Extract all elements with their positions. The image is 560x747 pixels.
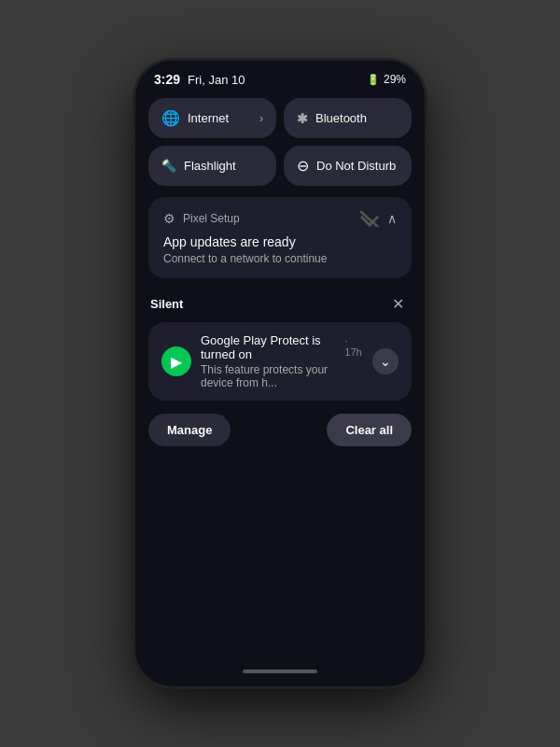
gpp-title: Google Play Protect is turned on <box>201 333 341 361</box>
battery-icon: 🔋 <box>367 74 380 86</box>
gpp-expand-icon[interactable]: ⌄ <box>372 348 399 374</box>
dnd-icon: ⊖ <box>297 157 309 175</box>
pixel-setup-icon: ⚙ <box>163 211 175 226</box>
wifi-off-icon <box>359 210 380 227</box>
dnd-label: Do Not Disturb <box>316 159 399 173</box>
manage-button[interactable]: Manage <box>148 414 231 446</box>
qs-tile-dnd[interactable]: ⊖ Do Not Disturb <box>284 146 412 186</box>
status-time: 3:29 <box>154 72 180 87</box>
pixel-setup-body: Connect to a network to continue <box>163 252 397 265</box>
silent-label: Silent <box>150 297 183 311</box>
qs-row-1: 🌐 Internet › ✱ Bluetooth <box>148 98 412 138</box>
home-bar <box>243 669 317 673</box>
internet-chevron-icon: › <box>259 112 263 125</box>
gpp-body: This feature protects your device from h… <box>201 363 363 389</box>
qs-tile-flashlight[interactable]: 🔦 Flashlight <box>148 146 276 186</box>
gpp-card: ▶ Google Play Protect is turned on · 17h… <box>148 322 412 401</box>
gpp-icon: ▶ <box>161 346 191 376</box>
pixel-setup-controls: ∧ <box>359 210 397 227</box>
action-buttons: Manage Clear all <box>148 410 412 446</box>
gpp-text: Google Play Protect is turned on · 17h T… <box>201 333 363 389</box>
flashlight-icon: 🔦 <box>161 159 176 173</box>
quick-settings: 🌐 Internet › ✱ Bluetooth 🔦 Flashlight ⊖ … <box>135 92 425 190</box>
flashlight-label: Flashlight <box>184 159 263 173</box>
status-bar: 3:29 Fri, Jan 10 🔋 29% <box>135 61 425 92</box>
wifi-off-svg <box>359 210 380 227</box>
pixel-setup-collapse-icon[interactable]: ∧ <box>387 211 397 226</box>
pixel-setup-app-name: Pixel Setup <box>183 212 240 225</box>
home-indicator <box>135 662 425 686</box>
internet-icon: 🌐 <box>161 109 180 127</box>
pixel-setup-title: App updates are ready <box>163 234 397 249</box>
internet-label: Internet <box>188 111 252 125</box>
notification-area: ⚙ Pixel Setup ∧ App updates are read <box>135 190 425 662</box>
pixel-setup-app-info: ⚙ Pixel Setup <box>163 211 240 226</box>
bluetooth-icon: ✱ <box>297 111 308 126</box>
battery-percent: 29% <box>384 73 406 86</box>
silent-close-icon[interactable]: ✕ <box>386 293 410 315</box>
pixel-setup-header: ⚙ Pixel Setup ∧ <box>163 210 397 227</box>
phone-frame: 3:29 Fri, Jan 10 🔋 29% 🌐 Internet › ✱ Bl… <box>135 61 425 686</box>
gpp-content: ▶ Google Play Protect is turned on · 17h… <box>161 333 399 389</box>
qs-tile-bluetooth[interactable]: ✱ Bluetooth <box>284 98 412 138</box>
silent-header: Silent ✕ <box>148 288 412 322</box>
clear-all-button[interactable]: Clear all <box>327 414 412 446</box>
bluetooth-label: Bluetooth <box>315 111 399 125</box>
gpp-timestamp: · 17h <box>344 335 363 358</box>
pixel-setup-card: ⚙ Pixel Setup ∧ App updates are read <box>148 197 412 278</box>
phone-screen: 3:29 Fri, Jan 10 🔋 29% 🌐 Internet › ✱ Bl… <box>135 61 425 686</box>
status-right: 🔋 29% <box>367 73 406 86</box>
qs-row-2: 🔦 Flashlight ⊖ Do Not Disturb <box>148 146 412 186</box>
status-date: Fri, Jan 10 <box>188 73 245 87</box>
qs-tile-internet[interactable]: 🌐 Internet › <box>148 98 276 138</box>
